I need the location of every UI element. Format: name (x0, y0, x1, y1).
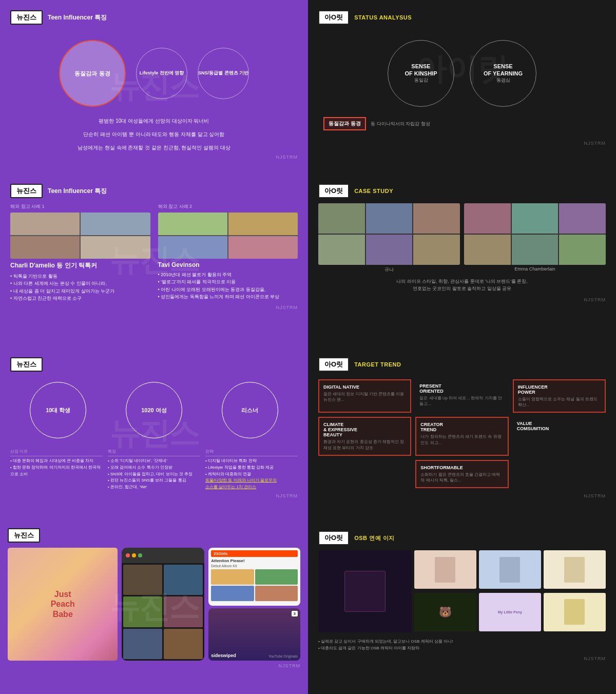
row-1: 뉴진스 뉴진스 Teen Influencer 특징 동질감과 동경 Lifes… (0, 0, 616, 174)
img-cell2-1 (158, 213, 227, 235)
br-header: 아O릿 TARGET TREND (318, 357, 606, 372)
case-1: 해외 참고 사례 1 Charli D'amelio 등 인기 틱톡커 틱톡을 … (10, 203, 150, 302)
section-tl-left: 뉴진스 뉴진스 Teen Influencer 특징 동질감과 동경 Lifes… (0, 0, 308, 174)
case2-bullet-2: '별로그'까지 패셔를 적극적으로 이용 (158, 278, 298, 285)
bl-watermark: NJSTRM (10, 493, 298, 498)
vbl-sideswiped-num: 3 (292, 611, 298, 616)
osb-desc-block: • 실제로 갖고 싶이서 구매하게 되었는데, 알고보니 OSB 캐릭터 상품 … (318, 639, 606, 652)
mr-header: 아O릿 CASE STUDY (318, 184, 606, 198)
circle-lifestyle-label: Lifestyle 전반에 영향 (140, 70, 184, 76)
osb-desc-2: • 대충라도 쉽게 갈은 가능한 OSB 캐릭터 아이를 자랑하 (318, 645, 606, 652)
vbl-dot-green (138, 553, 142, 557)
vbl-sideswiped-text: sideswiped (211, 653, 236, 658)
mr-cell2-4 (464, 235, 511, 265)
brand-badge-ml: 뉴진스 (10, 184, 43, 198)
bl-col1-items: • 대중 문화의 헤집과 시대상에 큰 비중을 차지 • 힙한 문화 장악하며 … (10, 458, 103, 477)
bl-col2-item-3: • SNS에 아이돌을 접하고, 대비 보이는 것 추정 (108, 471, 200, 478)
case2-bullets: 2010년대 패션 블로거 활용의 주역 '별로그'까지 패셔를 적극적으로 이… (158, 271, 298, 301)
brand-badge-bl: 뉴진스 (10, 357, 43, 372)
trend-dn-desc: 젊은 세대의 정보 디지털 기반 콘텐츠를 이용 뉴진스 팬... (323, 391, 406, 402)
bl-circle-3: 리스너 (222, 382, 278, 438)
section-br-right: 아O릿 TARGET TREND DIGITAL NATIVE 젊은 세대의 정… (308, 347, 616, 520)
vbl-images: JustPeachBabe (8, 548, 300, 661)
vbr-watermark: NJSTRM (318, 656, 606, 661)
vbl-grid-2 (164, 565, 203, 595)
bl-col1-label: 선정 이유 (10, 449, 103, 456)
vbl-album: Debut Album Kit (211, 564, 298, 568)
bl-col-2: 특징 • 소위 '디지털 네이티브', '갓제네' • 오래 검어에서 소수 특… (108, 449, 200, 491)
trend-empty-1 (318, 460, 411, 488)
mr-img-box-1 (318, 203, 460, 265)
mr-cell2-6 (559, 235, 606, 265)
case2-name: Tavi Gevinson (158, 261, 298, 268)
circle-kinship-dark: SENSEOF KINSHIP 동일감 (388, 40, 454, 107)
osb-item-6: My Little Peny (479, 593, 541, 631)
mr-case-2: Emma Chamberlain (464, 203, 606, 273)
vbl-yt: YouTube Originals (268, 654, 298, 658)
tl-watermark: NJSTRM (10, 155, 298, 160)
vbl-product-3 (211, 586, 254, 601)
tl-desc: 평범한 10대 여성들에게 선망의 대상이자 워너비 단순히 패션 아이템 뿐 … (10, 117, 298, 152)
vbl-header: 뉴진스 (8, 528, 300, 543)
trend-digital-native: DIGITAL NATIVE 젊은 세대의 정보 디지털 기반 콘텐츠를 이용 … (318, 379, 411, 413)
section-ml-left: 뉴진스 뉴진스 Teen Influencer 특징 해외 참고 사례 1 Ch… (0, 174, 308, 347)
case2-bullet-1: 2010년대 패션 블로거 활용의 주역 (158, 271, 298, 278)
vbl-product-2 (255, 569, 298, 585)
case1-img (10, 213, 150, 259)
case1-label: 해외 참고 사례 1 (10, 203, 150, 210)
ml-section-title: Teen Influencer 특징 (48, 187, 107, 196)
row-3: 뉴진스 뉴진스 10대 학생 1020 여성 리스너 선정 이유 • 대중 문화… (0, 347, 616, 520)
tl-desc-2: 단순히 패션 아이템 뿐 아니라 태도와 행동 자체를 닮고 싶어함 (10, 130, 298, 139)
brand-badge-mr: 아O릿 (318, 184, 349, 198)
img-cell-2 (81, 213, 150, 235)
trend-cb-title: CLIMATE& EXPRESSIVEBEAUTY (323, 422, 406, 437)
mr-cell-1 (318, 203, 365, 234)
mr-cell-6 (413, 235, 460, 265)
mr-img-inner-2 (464, 203, 606, 265)
trend-ip-desc: 소들이 영향력으로 소우는 채널 들의 트렌드 확산... (518, 396, 601, 408)
tr-header: 아O릿 STATUS ANALYSUS (318, 10, 606, 25)
mr-cell2-2 (512, 203, 559, 234)
osb-item-3-img (499, 557, 520, 583)
osb-item-3 (479, 550, 541, 589)
case1-bullets: 틱톡을 기반으로 활동 나와 다른 세계에 사는 본상 수 인물이 아니라, 내… (10, 273, 150, 302)
vbl-phone-grid (122, 563, 204, 661)
osb-item-2-img (435, 557, 455, 583)
section-tr-right: 아이릿 아O릿 STATUS ANALYSUS SENSEOF KINSHIP … (308, 0, 616, 174)
trend-influencer-power: INFLUENCERPOWER 소들이 영향력으로 소우는 채널 들의 트렌드 … (513, 379, 606, 413)
bl-col-3: 전략 • 디지털 네이티브 특화 전략 • Lifestyle 작업을 통한 통… (205, 449, 298, 491)
mr-cell2-1 (464, 203, 511, 234)
vbl-img-peachy: JustPeachBabe (8, 548, 118, 661)
mr-section-title: CASE STUDY (354, 188, 393, 194)
trend-creator: CREATORTREND 나가 창의하는 콘텐츠의 새기 트렌드 속 유명인도 … (415, 417, 508, 455)
bl-circle-2: 1020 여성 (126, 382, 182, 438)
mr-cell-2 (366, 203, 413, 234)
case1-bullet-4: 자연스럽고 친근한 매력으로 소구 (10, 295, 150, 302)
vbl-dot-yellow (132, 553, 136, 557)
bl-col3-item-3: • 캐릭터와 대중화의 연결 (205, 471, 298, 478)
bl-col3-item-2: • Lifestyle 작업을 통한 통합 강화 제공 (205, 465, 298, 471)
tr-section-title: STATUS ANALYSUS (354, 14, 412, 21)
section-vbr-right: 아O릿 OSB 연예 이지 🐻 My Little P (308, 520, 616, 694)
case1-bullet-2: 나와 다른 세계에 사는 본상 수 인물이 아니라, (10, 280, 150, 287)
brand-badge-tr: 아O릿 (318, 10, 349, 25)
vbr-section-title: OSB 연예 이지 (354, 534, 394, 542)
ml-header: 뉴진스 Teen Influencer 특징 (10, 184, 298, 198)
bl-col3-items: • 디지털 네이티브 특화 전략 • Lifestyle 작업을 통한 통합 강… (205, 458, 298, 491)
osb-pony-text: My Little Peny (498, 610, 522, 614)
osb-desc-1: • 실제로 갖고 싶이서 구매하게 되었는데, 알고보니 OSB 캐릭터 상품 … (318, 639, 606, 645)
circle-kinship-dark-title: SENSEOF KINSHIP (405, 63, 437, 76)
case2-bullet-4: 성인들에게는 독특함을 느끼게 하며 패션 아이콘으로 부상 (158, 293, 298, 300)
trend-ip-title: INFLUENCERPOWER (518, 384, 601, 395)
mr-watermark: NJSTRM (318, 297, 606, 302)
tr-analysis-desc: 동 다이나믹서의 자립감 형성 (371, 121, 430, 126)
brand-badge-tl: 뉴진스 (10, 10, 43, 25)
img-cell-4 (81, 236, 150, 259)
mr-case-1: 규나 (318, 203, 460, 273)
ml-case-grid: 해외 참고 사례 1 Charli D'amelio 등 인기 틱톡커 틱톡을 … (10, 203, 298, 302)
img-cell2-3 (158, 236, 227, 259)
osb-bear-icon: 🐻 (439, 606, 452, 618)
trend-empty-2 (513, 460, 606, 488)
img-cell2-2 (228, 213, 298, 235)
mr-img-inner-1 (318, 203, 460, 265)
